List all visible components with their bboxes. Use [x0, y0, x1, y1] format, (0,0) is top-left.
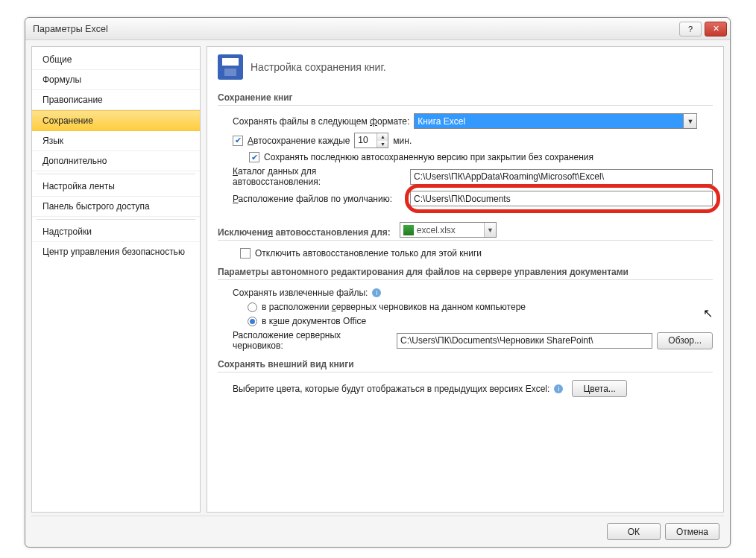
colors-label: Выберите цвета, которые будут отображать…	[233, 384, 549, 394]
autosave-checkbox[interactable]: ✔	[233, 136, 243, 146]
info-icon: i	[554, 384, 563, 393]
sidebar-separator	[37, 174, 195, 174]
autosave-unit: мин.	[393, 136, 412, 146]
dialog-footer: ОК Отмена	[31, 516, 724, 547]
drafts-loc-input[interactable]: C:\Users\ПК\Documents\Черновики SharePoi…	[397, 333, 652, 349]
titlebar: Параметры Excel ? ✕	[25, 18, 730, 40]
keep-last-checkbox[interactable]: ✔	[249, 152, 259, 162]
browse-button[interactable]: Обзор...	[657, 332, 713, 349]
drafts-local-radio[interactable]	[248, 302, 257, 312]
sidebar-separator	[37, 219, 195, 220]
format-select[interactable]: Книга Excel ▼	[414, 113, 697, 129]
window-title: Параметры Excel	[33, 24, 108, 34]
content-pane: Настройка сохранения книг. Сохранение кн…	[207, 46, 724, 513]
disable-autorecover-checkbox[interactable]	[240, 248, 251, 259]
chevron-down-icon: ▼	[683, 114, 696, 128]
excel-file-icon	[403, 225, 414, 235]
sidebar-item-addins[interactable]: Надстройки	[32, 222, 200, 242]
recover-dir-input[interactable]: C:\Users\ПК\AppData\Roaming\Microsoft\Ex…	[410, 169, 713, 185]
options-dialog: Параметры Excel ? ✕ Общие Формулы Правоп…	[25, 17, 731, 548]
default-loc-input[interactable]: C:\Users\ПК\Documents	[410, 191, 713, 206]
sidebar-item-trust[interactable]: Центр управления безопасностью	[32, 242, 200, 261]
sidebar-item-language[interactable]: Язык	[32, 131, 200, 151]
ok-button[interactable]: ОК	[607, 523, 661, 540]
colors-button[interactable]: Цвета...	[572, 380, 626, 397]
format-label: Сохранять файлы в следующем формате:	[233, 116, 409, 127]
info-icon: i	[372, 288, 381, 297]
close-button[interactable]: ✕	[705, 22, 727, 37]
drafts-cache-radio[interactable]	[248, 317, 257, 326]
cancel-button[interactable]: Отмена	[665, 523, 719, 540]
save-icon	[218, 54, 243, 80]
sidebar-item-formulas[interactable]: Формулы	[32, 70, 200, 90]
keep-last-label: Сохранять последнюю автосохраненную верс…	[264, 152, 593, 162]
chevron-down-icon: ▼	[484, 223, 496, 237]
autosave-label: Автосохранение каждые	[248, 136, 350, 146]
sidebar-item-qat[interactable]: Панель быстрого доступа	[32, 197, 200, 217]
drafts-cache-label: в кэше документов Office	[262, 316, 366, 326]
page-heading: Настройка сохранения книг.	[251, 61, 386, 73]
sidebar-item-proofing[interactable]: Правописание	[32, 90, 200, 110]
help-button[interactable]: ?	[679, 22, 702, 37]
disable-autorecover-label: Отключить автовосстановление только для …	[255, 248, 482, 259]
section-offline-title: Параметры автономного редактирования для…	[218, 264, 713, 280]
save-checked-label: Сохранять извлеченные файлы:	[233, 288, 368, 298]
sidebar-item-advanced[interactable]: Дополнительно	[32, 151, 200, 171]
section-save-title: Сохранение книг	[218, 90, 713, 106]
drafts-local-label: в расположении серверных черновиков на д…	[262, 302, 526, 312]
exceptions-file-select[interactable]: excel.xlsx ▼	[400, 222, 497, 238]
recover-dir-label: Каталог данных для автовосстановления:	[233, 166, 406, 187]
autosave-interval-spinner[interactable]: 10 ▲▼	[354, 133, 388, 148]
section-exceptions-title: Исключения автовосстановления для: excel…	[218, 220, 713, 241]
default-loc-label: Расположение файлов по умолчанию:	[233, 194, 406, 204]
section-appearance-title: Сохранять внешний вид книги	[218, 357, 713, 372]
sidebar-item-ribbon[interactable]: Настройка ленты	[32, 177, 200, 197]
drafts-loc-label: Расположение серверных черновиков:	[233, 330, 392, 351]
sidebar: Общие Формулы Правописание Сохранение Яз…	[31, 46, 201, 513]
sidebar-item-general[interactable]: Общие	[32, 50, 200, 70]
sidebar-item-save[interactable]: Сохранение	[32, 110, 200, 131]
